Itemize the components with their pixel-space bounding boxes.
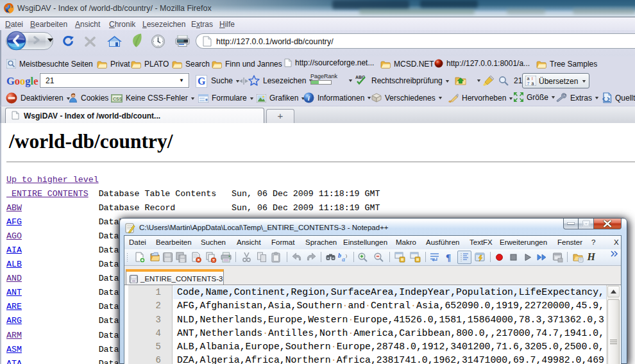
svg-text:b: b	[338, 252, 341, 259]
svg-text:ä: ä	[532, 81, 534, 86]
svg-text:7: 7	[527, 81, 530, 86]
svg-text:a: a	[527, 76, 530, 81]
svg-text:a: a	[342, 256, 345, 263]
svg-text:CSS: CSS	[113, 96, 123, 101]
svg-text:¶: ¶	[446, 252, 451, 263]
